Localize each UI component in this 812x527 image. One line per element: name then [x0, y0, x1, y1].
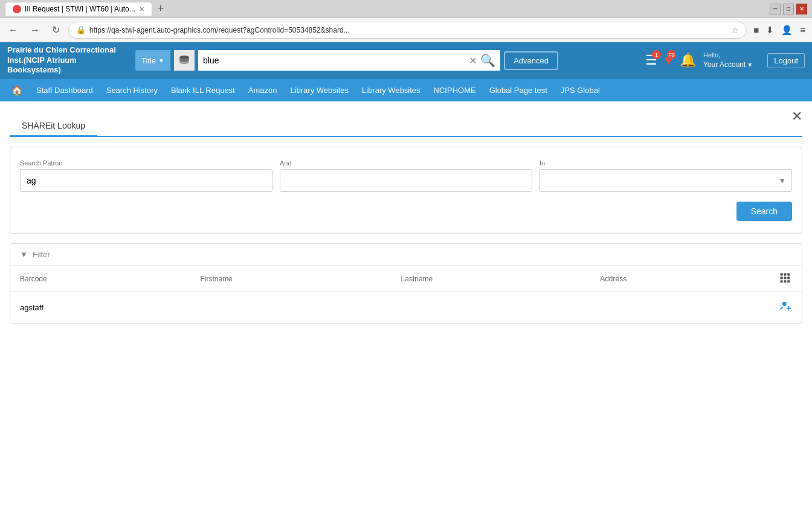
- heart-icon-button[interactable]: ♥ F9: [665, 53, 672, 68]
- sidebar-item-search-history[interactable]: Search History: [100, 82, 164, 98]
- downloads-button[interactable]: ⬇: [764, 23, 776, 37]
- filter-bar: ▼ Filter: [10, 244, 802, 266]
- svg-rect-8: [784, 280, 786, 283]
- in-field-group: In Barcode Name Email ▼: [540, 159, 792, 192]
- tab-shareit-lookup[interactable]: SHAREit Lookup: [10, 116, 97, 137]
- modal-close-button[interactable]: ✕: [791, 109, 802, 124]
- patron-field-group: Search Patron: [20, 159, 272, 192]
- app-nav: 🏠 Staff Dashboard Search History Blank I…: [0, 78, 812, 101]
- in-select-wrap: Barcode Name Email ▼: [540, 169, 792, 192]
- cell-action: [769, 292, 802, 324]
- browser-frame: IIl Request | STWI | WT60 | Auto... ✕ + …: [0, 0, 812, 527]
- minimize-button[interactable]: ─: [770, 4, 781, 14]
- hello-text: Hello,: [703, 51, 753, 60]
- sidebar-item-amazon[interactable]: Amazon: [242, 82, 283, 98]
- modal-tabs: SHAREit Lookup: [10, 116, 802, 137]
- svg-rect-6: [787, 276, 790, 279]
- cell-address: [590, 292, 769, 324]
- new-tab-button[interactable]: +: [152, 1, 169, 18]
- cell-firstname: [190, 292, 391, 324]
- browser-nav-icons: ■ ⬇ 👤 ≡: [752, 23, 807, 37]
- maximize-button[interactable]: □: [783, 4, 794, 14]
- global-search-bar: Title ▼ ✕ 🔍 Advanced: [135, 50, 558, 71]
- database-icon: [174, 50, 195, 71]
- bookmark-icon[interactable]: ☆: [731, 25, 739, 35]
- in-field-label: In: [540, 159, 792, 167]
- filter-label: Filter: [33, 250, 50, 259]
- account-name: Your Account: [703, 60, 746, 70]
- sidebar-item-library-websites-1[interactable]: Library Websites: [284, 82, 355, 98]
- filter-icon: ▼: [20, 250, 28, 259]
- dropdown-chevron-icon: ▼: [158, 57, 164, 64]
- sidebar-item-home[interactable]: 🏠: [5, 81, 29, 100]
- search-go-button[interactable]: 🔍: [480, 53, 495, 68]
- results-section: ▼ Filter Barcode Firstname Lastname Addr…: [10, 243, 802, 324]
- and-field-label: And: [280, 159, 532, 167]
- results-table: Barcode Firstname Lastname Address: [10, 266, 802, 323]
- sidebar-item-library-websites-2[interactable]: Library Websites: [356, 82, 427, 98]
- search-clear-icon[interactable]: ✕: [469, 55, 477, 66]
- window-controls: ─ □ ✕: [770, 4, 807, 14]
- advanced-search-button[interactable]: Advanced: [504, 51, 558, 70]
- svg-rect-7: [781, 280, 783, 283]
- sidebar-item-staff-dashboard[interactable]: Staff Dashboard: [30, 82, 99, 98]
- search-type-label: Title: [141, 56, 156, 65]
- reload-button[interactable]: ↻: [48, 22, 63, 38]
- account-section: Hello, Your Account ▼: [703, 51, 753, 70]
- bell-icon-button[interactable]: 🔔: [680, 53, 696, 68]
- svg-rect-5: [784, 276, 786, 279]
- app-header: Prairie du Chien Correctional Inst.(NCIP…: [0, 42, 812, 78]
- tab-close-button[interactable]: ✕: [139, 5, 144, 13]
- profile-button[interactable]: 👤: [779, 23, 794, 37]
- and-search-input[interactable]: [280, 169, 532, 192]
- account-chevron-icon: ▼: [747, 61, 753, 69]
- svg-rect-4: [781, 276, 783, 279]
- heart-badge: F9: [667, 50, 676, 59]
- in-select[interactable]: Barcode Name Email: [540, 169, 792, 192]
- and-field-group: And: [280, 159, 532, 192]
- svg-rect-1: [781, 273, 783, 276]
- sidebar-item-nciphome[interactable]: NCIPHOME: [428, 82, 482, 98]
- patron-search-input[interactable]: [20, 169, 272, 192]
- patron-search-form: Search Patron And In Barcode Name Email: [10, 147, 802, 234]
- tab-favicon: [13, 5, 21, 13]
- svg-rect-3: [787, 273, 790, 276]
- account-link[interactable]: Your Account ▼: [703, 60, 753, 70]
- col-address: Address: [590, 266, 769, 292]
- list-icon-button[interactable]: ☰ 1: [645, 53, 657, 68]
- sidebar-item-jps-global[interactable]: JPS Global: [555, 82, 606, 98]
- search-input-wrap: ✕ 🔍: [198, 50, 500, 71]
- url-bar[interactable]: 🔒 https://qa-stwi-agent.auto-graphics.co…: [68, 22, 747, 39]
- app-logo: Prairie du Chien Correctional Inst.(NCIP…: [7, 45, 128, 76]
- svg-point-10: [782, 302, 787, 306]
- add-patron-button[interactable]: [779, 299, 792, 316]
- col-barcode: Barcode: [10, 266, 190, 292]
- search-input[interactable]: [203, 56, 465, 65]
- search-form-row: Search Patron And In Barcode Name Email: [20, 159, 792, 192]
- url-text: https://qa-stwi-agent.auto-graphics.com/…: [89, 26, 727, 34]
- title-bar: IIl Request | STWI | WT60 | Auto... ✕ + …: [0, 0, 812, 18]
- main-content: ✕ SHAREit Lookup Search Patron And In: [0, 101, 812, 527]
- forward-button[interactable]: →: [27, 22, 44, 38]
- patron-field-label: Search Patron: [20, 159, 272, 167]
- svg-rect-9: [787, 280, 790, 283]
- search-form-actions: Search: [20, 202, 792, 221]
- patron-search-button[interactable]: Search: [736, 202, 792, 221]
- browser-tab[interactable]: IIl Request | STWI | WT60 | Auto... ✕: [5, 2, 152, 16]
- menu-button[interactable]: ≡: [798, 23, 807, 37]
- tab-shareit-label: SHAREit Lookup: [22, 121, 85, 130]
- logout-button[interactable]: Logout: [767, 53, 805, 68]
- back-button[interactable]: ←: [5, 22, 22, 38]
- header-right: ☰ 1 ♥ F9 🔔 Hello, Your Account ▼ Logout: [645, 51, 805, 70]
- cell-barcode: agstaff: [10, 292, 190, 324]
- list-badge: 1: [652, 50, 661, 59]
- sidebar-item-blank-ill[interactable]: Blank ILL Request: [165, 82, 241, 98]
- search-type-dropdown[interactable]: Title ▼: [135, 50, 170, 71]
- svg-rect-2: [784, 273, 786, 276]
- extensions-button[interactable]: ■: [752, 23, 761, 37]
- sidebar-item-global-page-test[interactable]: Global Page test: [483, 82, 553, 98]
- cell-lastname: [392, 292, 591, 324]
- close-button[interactable]: ✕: [796, 4, 807, 14]
- table-row: agstaff: [10, 292, 802, 324]
- browser-nav-bar: ← → ↻ 🔒 https://qa-stwi-agent.auto-graph…: [0, 18, 812, 42]
